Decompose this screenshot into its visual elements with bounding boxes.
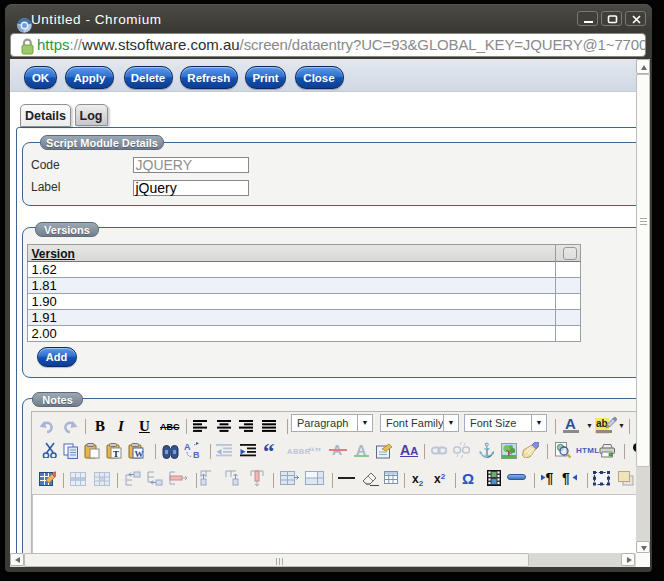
svg-text:¶: ¶ (562, 470, 570, 486)
svg-text:B: B (193, 450, 200, 458)
svg-text:W: W (135, 449, 144, 459)
svg-text:T: T (113, 449, 119, 459)
svg-text:¶: ¶ (546, 470, 554, 486)
svg-text:A: A (184, 442, 191, 452)
